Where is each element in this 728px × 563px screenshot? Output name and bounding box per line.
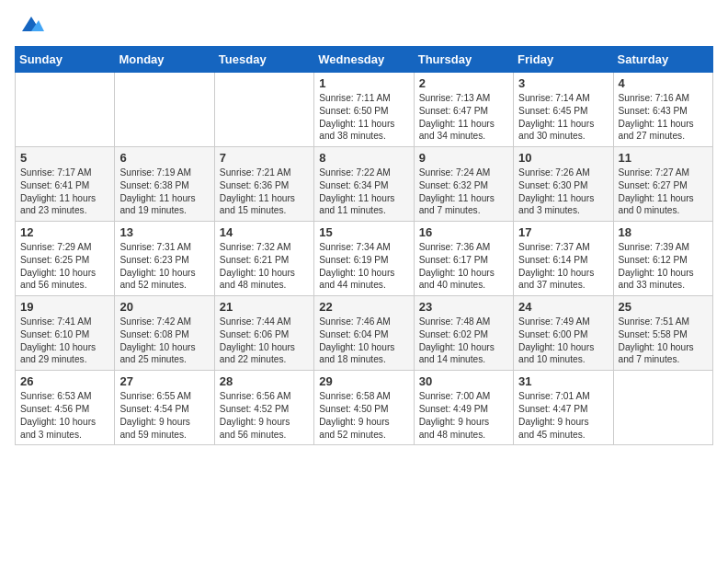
cell-day-info: Sunrise: 7:16 AM Sunset: 6:43 PM Dayligh… [619,92,708,143]
cell-day-info: Sunrise: 6:53 AM Sunset: 4:56 PM Dayligh… [20,390,109,441]
calendar-cell: 30Sunrise: 7:00 AM Sunset: 4:49 PM Dayli… [414,371,513,445]
cell-day-info: Sunrise: 7:44 AM Sunset: 6:06 PM Dayligh… [220,316,309,366]
cell-day-number: 10 [518,151,608,165]
cell-day-number: 24 [518,300,608,314]
cell-day-number: 28 [220,374,309,388]
cell-day-info: Sunrise: 7:13 AM Sunset: 6:47 PM Dayligh… [419,92,508,143]
cell-day-number: 15 [319,225,408,239]
cell-day-number: 23 [419,300,508,314]
cell-day-info: Sunrise: 7:14 AM Sunset: 6:45 PM Dayligh… [518,92,608,143]
calendar-cell: 12Sunrise: 7:29 AM Sunset: 6:25 PM Dayli… [16,222,115,296]
calendar-cell: 20Sunrise: 7:42 AM Sunset: 6:08 PM Dayli… [115,296,214,371]
calendar-cell: 15Sunrise: 7:34 AM Sunset: 6:19 PM Dayli… [314,222,414,296]
calendar-week-row: 1Sunrise: 7:11 AM Sunset: 6:50 PM Daylig… [16,73,713,147]
cell-day-number: 21 [220,300,309,314]
cell-day-info: Sunrise: 7:26 AM Sunset: 6:30 PM Dayligh… [518,167,608,217]
calendar-week-row: 12Sunrise: 7:29 AM Sunset: 6:25 PM Dayli… [16,222,713,296]
cell-day-number: 31 [518,374,608,388]
calendar-cell: 7Sunrise: 7:21 AM Sunset: 6:36 PM Daylig… [214,147,313,222]
calendar-cell: 31Sunrise: 7:01 AM Sunset: 4:47 PM Dayli… [514,371,613,445]
calendar-cell: 2Sunrise: 7:13 AM Sunset: 6:47 PM Daylig… [414,73,513,147]
calendar-cell: 16Sunrise: 7:36 AM Sunset: 6:17 PM Dayli… [414,222,513,296]
cell-day-number: 25 [619,300,708,314]
calendar-cell: 22Sunrise: 7:46 AM Sunset: 6:04 PM Dayli… [314,296,414,371]
cell-day-info: Sunrise: 7:22 AM Sunset: 6:34 PM Dayligh… [319,167,408,217]
cell-day-number: 12 [20,225,109,239]
cell-day-info: Sunrise: 7:46 AM Sunset: 6:04 PM Dayligh… [319,316,408,366]
cell-day-number: 29 [319,374,408,388]
calendar-cell: 29Sunrise: 6:58 AM Sunset: 4:50 PM Dayli… [314,371,414,445]
calendar-cell: 23Sunrise: 7:48 AM Sunset: 6:02 PM Dayli… [414,296,513,371]
cell-day-info: Sunrise: 7:41 AM Sunset: 6:10 PM Dayligh… [20,316,109,366]
cell-day-number: 17 [518,225,608,239]
cell-day-number: 11 [619,151,708,165]
weekday-header: Sunday [16,47,115,73]
cell-day-info: Sunrise: 7:34 AM Sunset: 6:19 PM Dayligh… [319,241,408,292]
cell-day-info: Sunrise: 7:17 AM Sunset: 6:41 PM Dayligh… [20,167,109,217]
page: SundayMondayTuesdayWednesdayThursdayFrid… [0,0,728,563]
cell-day-number: 13 [119,225,209,239]
logo [15,11,44,37]
calendar-cell: 19Sunrise: 7:41 AM Sunset: 6:10 PM Dayli… [16,296,115,371]
cell-day-info: Sunrise: 6:55 AM Sunset: 4:54 PM Dayligh… [119,390,209,441]
cell-day-number: 3 [518,76,608,90]
weekday-header: Tuesday [214,47,313,73]
cell-day-info: Sunrise: 7:42 AM Sunset: 6:08 PM Dayligh… [119,316,209,366]
cell-day-info: Sunrise: 7:29 AM Sunset: 6:25 PM Dayligh… [20,241,109,292]
calendar-cell: 17Sunrise: 7:37 AM Sunset: 6:14 PM Dayli… [514,222,613,296]
calendar-cell: 1Sunrise: 7:11 AM Sunset: 6:50 PM Daylig… [314,73,414,147]
calendar-cell [16,73,115,147]
weekday-header: Thursday [414,47,513,73]
cell-day-number: 8 [319,151,408,165]
cell-day-info: Sunrise: 7:36 AM Sunset: 6:17 PM Dayligh… [419,241,508,292]
cell-day-number: 22 [319,300,408,314]
calendar-week-row: 19Sunrise: 7:41 AM Sunset: 6:10 PM Dayli… [16,296,713,371]
weekday-header: Friday [514,47,613,73]
cell-day-info: Sunrise: 7:48 AM Sunset: 6:02 PM Dayligh… [419,316,508,366]
cell-day-info: Sunrise: 7:00 AM Sunset: 4:49 PM Dayligh… [419,390,508,441]
calendar-cell: 14Sunrise: 7:32 AM Sunset: 6:21 PM Dayli… [214,222,313,296]
weekday-header: Saturday [613,47,712,73]
cell-day-info: Sunrise: 7:37 AM Sunset: 6:14 PM Dayligh… [518,241,608,292]
cell-day-number: 18 [619,225,708,239]
cell-day-number: 16 [419,225,508,239]
cell-day-info: Sunrise: 6:58 AM Sunset: 4:50 PM Dayligh… [319,390,408,441]
calendar-cell: 8Sunrise: 7:22 AM Sunset: 6:34 PM Daylig… [314,147,414,222]
cell-day-info: Sunrise: 6:56 AM Sunset: 4:52 PM Dayligh… [220,390,309,441]
weekday-header: Wednesday [314,47,414,73]
cell-day-info: Sunrise: 7:19 AM Sunset: 6:38 PM Dayligh… [119,167,209,217]
calendar-cell: 3Sunrise: 7:14 AM Sunset: 6:45 PM Daylig… [514,73,613,147]
cell-day-number: 9 [419,151,508,165]
cell-day-number: 6 [119,151,209,165]
header [15,11,713,37]
calendar-header-row: SundayMondayTuesdayWednesdayThursdayFrid… [16,47,713,73]
cell-day-info: Sunrise: 7:27 AM Sunset: 6:27 PM Dayligh… [619,167,708,217]
calendar-cell: 4Sunrise: 7:16 AM Sunset: 6:43 PM Daylig… [613,73,712,147]
calendar-cell: 21Sunrise: 7:44 AM Sunset: 6:06 PM Dayli… [214,296,313,371]
calendar-week-row: 26Sunrise: 6:53 AM Sunset: 4:56 PM Dayli… [16,371,713,445]
calendar-cell: 18Sunrise: 7:39 AM Sunset: 6:12 PM Dayli… [613,222,712,296]
calendar-cell [613,371,712,445]
calendar-cell: 9Sunrise: 7:24 AM Sunset: 6:32 PM Daylig… [414,147,513,222]
cell-day-info: Sunrise: 7:39 AM Sunset: 6:12 PM Dayligh… [619,241,708,292]
calendar-cell [115,73,214,147]
calendar-cell: 10Sunrise: 7:26 AM Sunset: 6:30 PM Dayli… [514,147,613,222]
calendar-cell: 28Sunrise: 6:56 AM Sunset: 4:52 PM Dayli… [214,371,313,445]
weekday-header: Monday [115,47,214,73]
cell-day-info: Sunrise: 7:49 AM Sunset: 6:00 PM Dayligh… [518,316,608,366]
cell-day-info: Sunrise: 7:31 AM Sunset: 6:23 PM Dayligh… [119,241,209,292]
calendar-week-row: 5Sunrise: 7:17 AM Sunset: 6:41 PM Daylig… [16,147,713,222]
cell-day-number: 1 [319,76,408,90]
cell-day-number: 27 [119,374,209,388]
cell-day-number: 14 [220,225,309,239]
calendar-cell: 25Sunrise: 7:51 AM Sunset: 5:58 PM Dayli… [613,296,712,371]
calendar-cell: 26Sunrise: 6:53 AM Sunset: 4:56 PM Dayli… [16,371,115,445]
calendar-cell [214,73,313,147]
cell-day-info: Sunrise: 7:32 AM Sunset: 6:21 PM Dayligh… [220,241,309,292]
cell-day-number: 30 [419,374,508,388]
logo-icon [18,11,44,37]
calendar-cell: 5Sunrise: 7:17 AM Sunset: 6:41 PM Daylig… [16,147,115,222]
cell-day-info: Sunrise: 7:11 AM Sunset: 6:50 PM Dayligh… [319,92,408,143]
calendar-table: SundayMondayTuesdayWednesdayThursdayFrid… [15,46,713,445]
calendar-cell: 27Sunrise: 6:55 AM Sunset: 4:54 PM Dayli… [115,371,214,445]
